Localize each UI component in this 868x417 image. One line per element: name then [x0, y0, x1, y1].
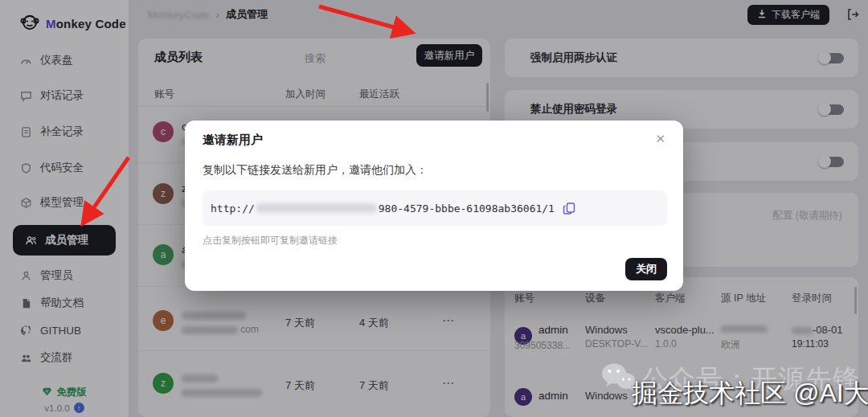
invite-link-box: http:// 980-4579-bbbe-61098ab36061/1 — [203, 190, 667, 226]
close-button[interactable]: 关闭 — [625, 258, 667, 280]
copy-icon[interactable] — [563, 202, 576, 215]
modal-description: 复制以下链接发送给新用户，邀请他们加入： — [203, 163, 428, 178]
invite-user-modal: 邀请新用户 ✕ 复制以下链接发送给新用户，邀请他们加入： http:// 980… — [185, 121, 683, 291]
invite-link-visible: 980-4579-bbbe-61098ab36061/1 — [379, 202, 555, 215]
watermark-front-text: 掘金技术社区 @AI大牛 — [632, 376, 868, 411]
invite-link-prefix: http:// — [211, 202, 255, 215]
modal-hint: 点击复制按钮即可复制邀请链接 — [203, 234, 338, 247]
modal-title: 邀请新用户 — [203, 133, 263, 148]
invite-link-blurred — [256, 203, 377, 213]
close-icon[interactable]: ✕ — [655, 132, 665, 146]
